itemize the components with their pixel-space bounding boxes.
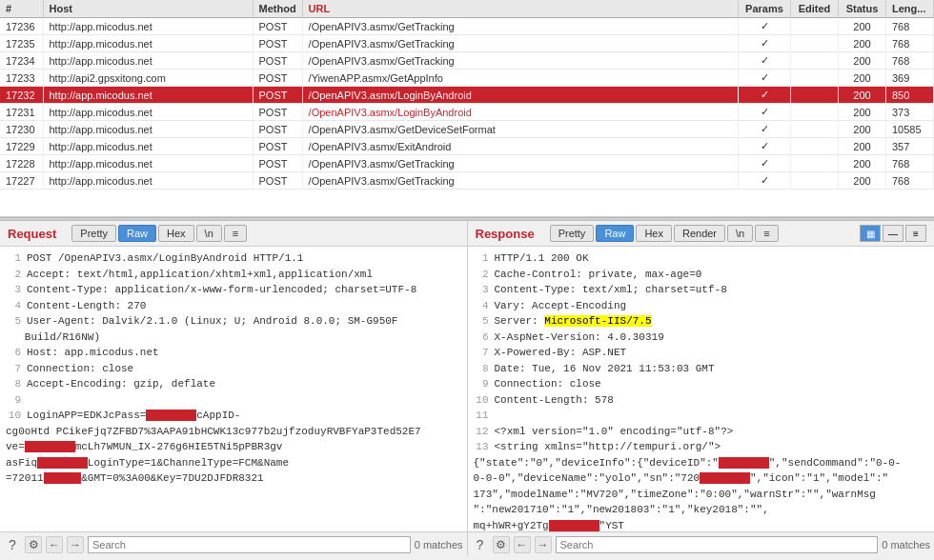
cell-length: 768	[886, 52, 934, 70]
request-tab-newline[interactable]: \n	[196, 225, 222, 242]
view-btn-list[interactable]: ≡	[905, 225, 926, 242]
response-tab-menu[interactable]: ≡	[755, 225, 778, 242]
request-forward-icon[interactable]: →	[67, 536, 84, 553]
cell-edited	[791, 35, 839, 52]
response-tab-hex[interactable]: Hex	[636, 225, 672, 242]
request-tab-pretty[interactable]: Pretty	[71, 225, 116, 242]
cell-id: 17229	[0, 138, 43, 155]
cell-host: http://app.micodus.net	[43, 155, 253, 172]
cell-edited	[791, 70, 839, 87]
request-match-count: 0 matches	[415, 539, 463, 550]
cell-id: 17231	[0, 104, 43, 121]
response-tab-newline[interactable]: \n	[727, 225, 753, 242]
table-row[interactable]: 17227 http://app.micodus.net POST /OpenA…	[0, 172, 934, 190]
response-help-icon[interactable]: ?	[472, 536, 489, 553]
table-row[interactable]: 17236 http://app.micodus.net POST /OpenA…	[0, 18, 934, 35]
request-line-2: 2Accept: text/html,application/xhtml+xml…	[6, 269, 373, 280]
cell-host: http://app.micodus.net	[43, 87, 253, 104]
request-line-10: 10LoginAPP=EDKJcPass= cAppID- cg0oHtd PC…	[6, 410, 421, 484]
cell-method: POST	[253, 172, 302, 190]
request-line-7: 7Connection: close	[6, 363, 133, 374]
request-content: 1POST /OpenAPIV3.asmx/LoginByAndroid HTT…	[0, 247, 467, 531]
cell-params: ✓	[739, 155, 791, 172]
view-btn-split[interactable]: —	[883, 225, 904, 242]
cell-status: 200	[839, 138, 886, 155]
cell-edited	[791, 52, 839, 70]
cell-id: 17232	[0, 87, 43, 104]
cell-host: http://app.micodus.net	[43, 35, 253, 52]
request-tab-menu[interactable]: ≡	[224, 225, 247, 242]
cell-status: 200	[839, 87, 886, 104]
col-header-params: Params	[739, 0, 791, 18]
view-btn-grid[interactable]: ▦	[860, 225, 881, 242]
request-help-icon[interactable]: ?	[4, 536, 21, 553]
response-back-icon[interactable]: ←	[514, 536, 531, 553]
cell-method: POST	[253, 121, 302, 138]
cell-method: POST	[253, 52, 302, 70]
cell-id: 17234	[0, 52, 43, 70]
cell-url: /OpenAPIV3.asmx/LoginByAndroid	[302, 104, 738, 121]
cell-edited	[791, 121, 839, 138]
request-back-icon[interactable]: ←	[46, 536, 63, 553]
request-panel: Request Pretty Raw Hex \n ≡ 1POST /OpenA…	[0, 221, 468, 556]
cell-method: POST	[253, 104, 302, 121]
cell-method: POST	[253, 87, 302, 104]
cell-length: 768	[886, 18, 934, 35]
cell-status: 200	[839, 70, 886, 87]
table-row[interactable]: 17234 http://app.micodus.net POST /OpenA…	[0, 52, 934, 70]
cell-length: 768	[886, 172, 934, 190]
table-row[interactable]: 17230 http://app.micodus.net POST /OpenA…	[0, 121, 934, 138]
cell-status: 200	[839, 52, 886, 70]
response-tab-pretty[interactable]: Pretty	[550, 225, 595, 242]
request-settings-icon[interactable]: ⚙	[25, 536, 42, 553]
response-line-3: 3Content-Type: text/xml; charset=utf-8	[474, 284, 727, 295]
request-search-input[interactable]	[88, 536, 411, 553]
table-row[interactable]: 17229 http://app.micodus.net POST /OpenA…	[0, 138, 934, 155]
cell-params: ✓	[739, 138, 791, 155]
col-header-method: Method	[253, 0, 302, 18]
cell-url: /OpenAPIV3.asmx/ExitAndroid	[302, 138, 738, 155]
table-row[interactable]: 17228 http://app.micodus.net POST /OpenA…	[0, 155, 934, 172]
cell-length: 10585	[886, 121, 934, 138]
cell-url: /OpenAPIV3.asmx/GetTracking	[302, 172, 738, 190]
table-row[interactable]: 17235 http://app.micodus.net POST /OpenA…	[0, 35, 934, 52]
cell-params: ✓	[739, 172, 791, 190]
cell-url: /OpenAPIV3.asmx/GetTracking	[302, 18, 738, 35]
table-row[interactable]: 17232 http://app.micodus.net POST /OpenA…	[0, 87, 934, 104]
col-header-edited: Edited	[791, 0, 839, 18]
request-tab-raw[interactable]: Raw	[118, 225, 156, 242]
cell-edited	[791, 87, 839, 104]
table-row[interactable]: 17233 http://api2.gpsxitong.com POST /Yi…	[0, 70, 934, 87]
cell-edited	[791, 155, 839, 172]
cell-method: POST	[253, 155, 302, 172]
cell-id: 17228	[0, 155, 43, 172]
response-line-2: 2Cache-Control: private, max-age=0	[474, 269, 702, 280]
response-settings-icon[interactable]: ⚙	[493, 536, 510, 553]
col-header-id: #	[0, 0, 43, 18]
cell-edited	[791, 18, 839, 35]
cell-host: http://app.micodus.net	[43, 121, 253, 138]
response-tab-raw[interactable]: Raw	[596, 225, 634, 242]
cell-params: ✓	[739, 104, 791, 121]
response-tab-render[interactable]: Render	[674, 225, 725, 242]
table-row[interactable]: 17231 http://app.micodus.net POST /OpenA…	[0, 104, 934, 121]
col-header-host: Host	[43, 0, 253, 18]
response-line-4: 4Vary: Accept-Encoding	[474, 300, 627, 311]
cell-edited	[791, 138, 839, 155]
response-line-9: 9Connection: close	[474, 378, 601, 390]
response-forward-icon[interactable]: →	[535, 536, 552, 553]
response-panel: Response Pretty Raw Hex Render \n ≡ ▦ — …	[468, 221, 935, 556]
response-match-count: 0 matches	[882, 539, 930, 550]
cell-params: ✓	[739, 52, 791, 70]
cell-url: /OpenAPIV3.asmx/GetTracking	[302, 52, 738, 70]
response-line-6: 6X-AspNet-Version: 4.0.30319	[474, 331, 664, 343]
request-tab-group: Pretty Raw Hex \n ≡	[71, 225, 247, 242]
cell-id: 17235	[0, 35, 43, 52]
col-header-status: Status	[839, 0, 886, 18]
response-search-input[interactable]	[556, 536, 879, 553]
response-panel-footer: ? ⚙ ← → 0 matches	[468, 531, 935, 556]
col-header-url: URL	[302, 0, 738, 18]
cell-params: ✓	[739, 70, 791, 87]
request-tab-hex[interactable]: Hex	[158, 225, 194, 242]
request-line-3: 3Content-Type: application/x-www-form-ur…	[6, 284, 416, 295]
